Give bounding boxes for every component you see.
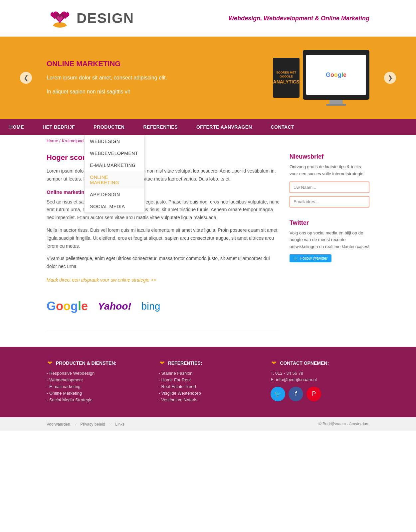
dropdown-social-media[interactable]: Social Media bbox=[85, 200, 144, 212]
footer-products-title: PRODUCTEN & DIENSTEN: bbox=[47, 360, 145, 366]
footer-col-products: PRODUCTEN & DIENSTEN: - Responsive Webde… bbox=[47, 360, 145, 404]
list-item: - Online Marketing bbox=[47, 391, 145, 396]
list-item: - Webdevelopment bbox=[47, 377, 145, 382]
footer-email: E. info@bedrijfsnaam.nl bbox=[271, 377, 369, 382]
pinterest-icon: P bbox=[312, 390, 316, 397]
book-image: SCOREN METGOOGLEANALYTICS bbox=[273, 58, 300, 98]
privacy-link[interactable]: Privacy beleid bbox=[80, 422, 105, 427]
list-item: - Vestibulum Notaris bbox=[159, 397, 258, 402]
newsletter-section: Nieuwsbrief Ontvang gratis de laatste ti… bbox=[290, 153, 369, 210]
footer-referenties-title: REFERENTIES: bbox=[159, 360, 258, 366]
dropdown-app-design[interactable]: App design bbox=[85, 189, 144, 200]
footer-lotus-icon-2 bbox=[159, 360, 165, 366]
main-content: Hoger scoren in Go...gen Lorem ipsum dol… bbox=[0, 147, 416, 347]
footer-col-referenties: REFERENTIES: - Starline Fashion - Home F… bbox=[159, 360, 258, 404]
hero-text2: In aliquet sapien non nisl sagittis vit bbox=[47, 87, 167, 96]
footer-phone: T. 012 - 34 56 78 bbox=[271, 371, 369, 376]
monitor-image: Google bbox=[303, 50, 369, 106]
content-left: Hoger scoren in Go...gen Lorem ipsum dol… bbox=[47, 153, 280, 333]
slider-prev-button[interactable]: ❮ bbox=[20, 72, 32, 84]
copyright: © Bedrijfsnaam · Amsterdam bbox=[318, 422, 369, 426]
email-input[interactable] bbox=[290, 196, 369, 207]
footer-lotus-icon-3 bbox=[271, 360, 277, 366]
hero-text1: Lorem ipsum dolor sit amet, consect adip… bbox=[47, 73, 167, 82]
bing-logo: bing bbox=[141, 301, 160, 312]
footer: PRODUCTEN & DIENSTEN: - Responsive Webde… bbox=[0, 347, 416, 417]
dropdown-online-marketing[interactable]: Online Marketing bbox=[85, 171, 144, 189]
social-facebook-button[interactable]: f bbox=[289, 387, 303, 401]
body-text-2: Sed ac risus et sapien sollicitudin rhon… bbox=[47, 198, 280, 222]
list-item: - Home For Rent bbox=[159, 377, 258, 382]
breadcrumb-sep1: / bbox=[59, 138, 62, 143]
twitter-bird-icon: 🐦 bbox=[294, 256, 299, 261]
twitter-icon: 🐦 bbox=[274, 390, 282, 398]
twitter-title: Twitter bbox=[290, 219, 369, 226]
yahoo-logo: Yahoo! bbox=[98, 301, 131, 312]
google-logo: Google bbox=[47, 299, 88, 313]
tagline: Webdesign, Webdevelopment & Online Marke… bbox=[229, 15, 369, 22]
twitter-text: Volg ons op social media en blijf op de … bbox=[290, 230, 369, 250]
footer-contact-title: CONTACT OPNEMEN: bbox=[271, 360, 369, 366]
list-item: - Visgilde Westendorp bbox=[159, 391, 258, 396]
footer-contact-details: T. 012 - 34 56 78 E. info@bedrijfsnaam.n… bbox=[271, 371, 369, 382]
nav-contact[interactable]: CONTACT bbox=[261, 119, 304, 135]
monitor-stand bbox=[329, 100, 343, 104]
newsletter-title: Nieuwsbrief bbox=[290, 153, 369, 160]
monitor-base bbox=[326, 104, 346, 106]
twitter-follow-label: Follow @twitter bbox=[300, 256, 327, 261]
hero-title: ONLINE MARKETING bbox=[47, 60, 167, 68]
footer-products-list: - Responsive Webdesign - Webdevelopment … bbox=[47, 371, 145, 402]
page-title: Hoger scoren in Go...gen bbox=[47, 153, 280, 162]
footer-social: 🐦 f P bbox=[271, 387, 369, 401]
nav-producten[interactable]: PRODUCTEN Webdesign Webdevelopment E-mai… bbox=[84, 119, 134, 135]
body-text-4: Vivamus pellentesque, enim eget ultrices… bbox=[47, 255, 280, 271]
bottom-bar: Voorwaarden - Privacy beleid - Links © B… bbox=[0, 417, 416, 431]
logo-text: DESIGN bbox=[77, 10, 134, 26]
name-input[interactable] bbox=[290, 182, 369, 193]
monitor-screen-content: Google bbox=[326, 71, 346, 78]
list-item: - E-mailmarketing bbox=[47, 384, 145, 389]
body-text-1: Lorem ipsum dolor sit amet, co...t aliqu… bbox=[47, 167, 280, 183]
twitter-section: Twitter Volg ons op social media en blij… bbox=[290, 219, 369, 262]
footer-lotus-icon-1 bbox=[47, 360, 53, 366]
producten-dropdown: Webdesign Webdevelopment E-mailmarketing… bbox=[84, 135, 144, 213]
dropdown-webdesign[interactable]: Webdesign bbox=[85, 135, 144, 147]
breadcrumb-home[interactable]: Home bbox=[47, 138, 58, 143]
social-pinterest-button[interactable]: P bbox=[307, 387, 321, 401]
list-item: - Responsive Webdesign bbox=[47, 371, 145, 376]
nav-referenties[interactable]: REFERENTIES bbox=[134, 119, 187, 135]
slider-next-button[interactable]: ❯ bbox=[384, 72, 396, 84]
subtitle-online-marketing: Online marketing bbox=[47, 189, 280, 195]
dropdown-emailmarketing[interactable]: E-mailmarketing bbox=[85, 159, 144, 171]
social-twitter-button[interactable]: 🐦 bbox=[271, 387, 285, 401]
list-item: - Social Media Strategie bbox=[47, 397, 145, 402]
footer-referenties-list: - Starline Fashion - Home For Rent - Rea… bbox=[159, 371, 258, 402]
nav-het-bedrijf[interactable]: HET BEDRIJF bbox=[33, 119, 84, 135]
content-box: Hoger scoren in Go...gen Lorem ipsum dol… bbox=[47, 153, 280, 330]
dropdown-webdevelopment[interactable]: Webdevelopment bbox=[85, 147, 144, 159]
nav-offerte[interactable]: OFFERTE AANVRAGEN bbox=[187, 119, 261, 135]
search-engines: Google Yahoo! bing bbox=[47, 293, 280, 320]
hero-text: ONLINE MARKETING Lorem ipsum dolor sit a… bbox=[47, 60, 167, 96]
nav-home[interactable]: HOME bbox=[0, 119, 33, 135]
facebook-icon: f bbox=[295, 390, 297, 397]
content-right: Nieuwsbrief Ontvang gratis de laatste ti… bbox=[290, 153, 369, 333]
voorwaarden-link[interactable]: Voorwaarden bbox=[47, 422, 70, 427]
twitter-follow-button[interactable]: 🐦 Follow @twitter bbox=[290, 254, 331, 262]
footer-col-contact: CONTACT OPNEMEN: T. 012 - 34 56 78 E. in… bbox=[271, 360, 369, 404]
cta-link[interactable]: Maak direct een afspraak voor uw online … bbox=[47, 277, 280, 283]
header: DESIGN Webdesign, Webdevelopment & Onlin… bbox=[0, 0, 416, 37]
list-item: - Real Estate Trend bbox=[159, 384, 258, 389]
bottom-links: Voorwaarden - Privacy beleid - Links bbox=[47, 421, 128, 427]
main-nav: HOME HET BEDRIJF PRODUCTEN Webdesign Web… bbox=[0, 119, 416, 135]
list-item: - Starline Fashion bbox=[159, 371, 258, 376]
body-text-3: Nulla in auctor risus. Duis vel lorem qu… bbox=[47, 226, 280, 250]
hero-image: SCOREN METGOOGLEANALYTICS Google bbox=[273, 50, 369, 106]
logo-area: DESIGN bbox=[47, 7, 134, 30]
newsletter-text: Ontvang gratis de laatste tips & tricks … bbox=[290, 164, 369, 178]
hero-slider: ❮ ONLINE MARKETING Lorem ipsum dolor sit… bbox=[0, 37, 416, 119]
lotus-icon bbox=[47, 7, 73, 30]
breadcrumb-kruimelpad[interactable]: Kruimelpad bbox=[62, 138, 84, 143]
links-link[interactable]: Links bbox=[115, 422, 124, 427]
breadcrumb: Home / Kruimelpad / Pagina bbox=[0, 135, 416, 147]
